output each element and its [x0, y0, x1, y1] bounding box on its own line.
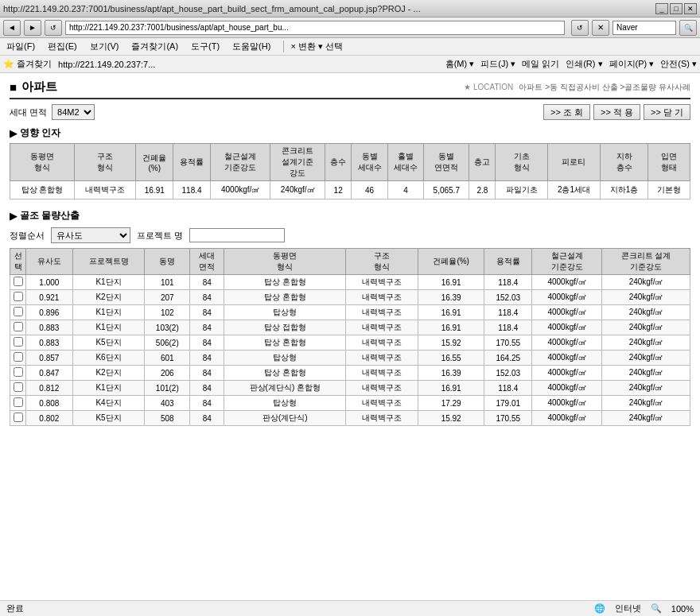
- check-cell[interactable]: [10, 366, 26, 381]
- toolbar-right: 홈(M) ▾ 피드(J) ▾ 메일 읽기 인쇄(R) ▾ 페이지(P) ▾ 안전…: [445, 58, 697, 70]
- menu-extra[interactable]: × 변환 ▾ 선택: [283, 41, 697, 52]
- cell-dong: 506(2): [145, 335, 190, 351]
- menu-help[interactable]: 도움말(H): [229, 41, 274, 52]
- menu-bar: 파일(F) 편집(E) 보기(V) 즐겨찾기(A) 도구(T) 도움말(H) ×…: [0, 38, 700, 56]
- table-row: 1.000 K1단지 101 84 탑상 혼합형 내력벽구조 16.91 118…: [10, 275, 690, 290]
- cell-area: 84: [190, 351, 224, 366]
- check-cell[interactable]: [10, 320, 26, 335]
- cell-plan-type: 탑상 혼합형: [224, 335, 346, 351]
- cell-project: K1단지: [72, 320, 145, 335]
- breadcrumb-label: ★ LOCATION: [464, 83, 513, 91]
- row-checkbox[interactable]: [14, 413, 23, 422]
- col-dong-plan: 동평면형식: [10, 144, 75, 181]
- close-button[interactable]: ✕: [684, 3, 697, 14]
- influence-factors-table: 동평면형식 구조형식 건폐율(%) 용적률 철근설계기준강도 콘크리트설계기준강…: [10, 143, 690, 200]
- cell-structure: 내력벽구조: [346, 290, 418, 305]
- fav-main[interactable]: ⭐ 즐겨찾기: [3, 58, 52, 70]
- search-go-button[interactable]: 🔍: [679, 20, 697, 36]
- fav-home[interactable]: 홈(M) ▾: [445, 58, 475, 70]
- cell-concrete: 240kgf/㎠: [602, 381, 690, 396]
- menu-view[interactable]: 보기(V): [87, 41, 122, 52]
- row-checkbox[interactable]: [14, 352, 23, 362]
- cell-rebar: 4000kgf/㎠: [532, 275, 602, 290]
- maximize-button[interactable]: □: [670, 3, 682, 14]
- row-checkbox[interactable]: [14, 277, 23, 286]
- check-cell[interactable]: [10, 290, 26, 305]
- forward-button[interactable]: ►: [24, 20, 41, 36]
- col-foundation: 기초형식: [496, 144, 547, 181]
- internet-zone: 인터넷: [615, 602, 641, 614]
- section2-label: 골조 물량산출: [20, 209, 80, 223]
- status-text: 완료: [6, 602, 24, 614]
- cell-structure: 내력벽구조: [346, 411, 418, 426]
- cell-project: K6단지: [72, 351, 145, 366]
- summary-data-row: 탑상 혼합형 내력벽구조 16.91 118.4 4000kgf/㎠ 240kg…: [10, 181, 690, 200]
- fav-mail[interactable]: 메일 읽기: [522, 58, 559, 70]
- check-cell[interactable]: [10, 411, 26, 426]
- row-checkbox[interactable]: [14, 367, 23, 377]
- fav-safety[interactable]: 안전(S) ▾: [660, 58, 697, 70]
- cell-plan-type: 탑상 혼합형: [224, 275, 346, 290]
- section2-arrow: ▶: [10, 211, 17, 222]
- minimize-button[interactable]: _: [655, 3, 668, 14]
- fav-page[interactable]: 페이지(P) ▾: [609, 58, 655, 70]
- menu-favorites[interactable]: 즐겨찾기(A): [128, 41, 181, 52]
- row-checkbox[interactable]: [14, 397, 23, 407]
- search-close-button[interactable]: ✕: [592, 20, 609, 36]
- address-bar[interactable]: [65, 21, 565, 35]
- row-checkbox[interactable]: [14, 307, 23, 316]
- cell-structure: 내력벽구조: [346, 305, 418, 320]
- page-header: ■ 아파트 ★ LOCATION 아파트 >동 직접공사비 산출 >골조물량 유…: [10, 79, 690, 99]
- cell-coverage: 16.91: [418, 320, 484, 335]
- check-cell[interactable]: [10, 275, 26, 290]
- val-unit-dong: 46: [352, 181, 388, 200]
- col-dong-name: 동명: [145, 249, 190, 275]
- cell-dong: 102: [145, 305, 190, 320]
- check-cell[interactable]: [10, 396, 26, 411]
- close-button[interactable]: >> 닫 기: [644, 104, 690, 120]
- cell-area: 84: [190, 396, 224, 411]
- search-refresh-button[interactable]: ↺: [571, 20, 589, 36]
- cell-concrete: 240kgf/㎠: [602, 411, 690, 426]
- cell-similarity: 0.883: [26, 320, 73, 335]
- breadcrumb-text: 아파트 >동 직접공사비 산출 >골조물량 유사사례: [519, 83, 690, 91]
- search-input[interactable]: [612, 21, 676, 35]
- title-bar: http://221.149.20.237:7001/business/apt/…: [0, 0, 700, 17]
- sort-select[interactable]: 유사도: [51, 227, 130, 243]
- row-checkbox[interactable]: [14, 382, 23, 392]
- fav-feed[interactable]: 피드(J) ▾: [480, 58, 515, 70]
- menu-edit[interactable]: 편집(E): [45, 41, 80, 52]
- cell-dong: 101: [145, 275, 190, 290]
- search-button[interactable]: >> 조 회: [543, 104, 590, 120]
- row-checkbox[interactable]: [14, 337, 23, 347]
- fav-print[interactable]: 인쇄(R) ▾: [566, 58, 602, 70]
- search-row: 정렬순서 유사도 프로젝트 명: [10, 227, 690, 243]
- refresh-button[interactable]: ↺: [45, 20, 62, 36]
- cell-coverage: 16.91: [418, 305, 484, 320]
- fav-url[interactable]: http://221.149.20.237:7...: [58, 60, 155, 69]
- ie-icon: 🌐: [594, 603, 605, 614]
- check-cell[interactable]: [10, 351, 26, 366]
- table-row: 0.883 K1단지 103(2) 84 탑상 접합형 내력벽구조 16.91 …: [10, 320, 690, 335]
- check-cell[interactable]: [10, 305, 26, 320]
- menu-tools[interactable]: 도구(T): [188, 41, 223, 52]
- browser-toolbar: ◄ ► ↺ ↺ ✕ 🔍: [0, 17, 700, 38]
- cell-plan-type: 탑상형: [224, 305, 346, 320]
- cell-far: 170.55: [484, 335, 532, 351]
- cell-area: 84: [190, 411, 224, 426]
- area-select[interactable]: 84M2: [52, 104, 95, 120]
- cell-coverage: 16.91: [418, 381, 484, 396]
- cell-area: 84: [190, 320, 224, 335]
- row-checkbox[interactable]: [14, 292, 23, 301]
- row-checkbox[interactable]: [14, 322, 23, 331]
- cell-dong: 601: [145, 351, 190, 366]
- back-button[interactable]: ◄: [3, 20, 21, 36]
- project-input[interactable]: [189, 228, 285, 242]
- check-cell[interactable]: [10, 381, 26, 396]
- cell-rebar: 4000kgf/㎠: [532, 411, 602, 426]
- check-cell[interactable]: [10, 335, 26, 351]
- apply-button[interactable]: >> 적 용: [593, 104, 640, 120]
- menu-file[interactable]: 파일(F): [3, 41, 38, 52]
- col-floor-height: 층고: [469, 144, 496, 181]
- cell-plan-type: 판상(계단식): [224, 411, 346, 426]
